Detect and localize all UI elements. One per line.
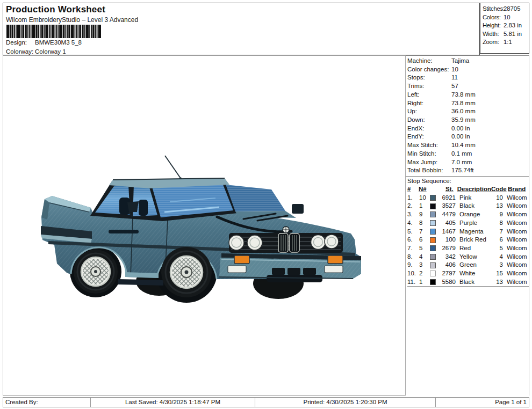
thread-color-swatch [430, 195, 436, 201]
thread-color-swatch [430, 262, 436, 268]
worksheet-header: Production Worksheet Wilcom EmbroiderySt… [3, 3, 480, 55]
page-number-cell: Page 1 of 1 [436, 397, 529, 407]
summary-row: Height: 2.83 in [483, 21, 529, 30]
machine-info-row: Stops: 11 [407, 74, 529, 82]
machine-info-row: EndY: 0.00 in [407, 133, 529, 141]
machine-info-row: Machine: Tajima [407, 57, 529, 65]
stop-sequence-header-row: # N# St. Description Code Brand [407, 185, 529, 194]
summary-row: Zoom: 1:1 [483, 38, 529, 47]
machine-info-panel: Machine: Tajima Color changes: 10 Stops:… [406, 55, 529, 396]
thread-color-swatch [430, 211, 436, 217]
stop-sequence-row: 4. 8 405 Purple 8 Wilcom [407, 219, 529, 228]
stop-sequence-table: # N# St. Description Code Brand 1. 10 69… [406, 185, 529, 287]
divider [407, 286, 529, 287]
design-preview-area [3, 55, 406, 396]
colorway-value: Colorway 1 [35, 48, 66, 55]
stop-sequence-row: 9. 3 406 Green 3 Wilcom [407, 261, 529, 269]
machine-info-row: Left: 73.8 mm [407, 91, 529, 99]
machine-info-row: Total Bobbin: 175.74ft [407, 166, 529, 175]
summary-row: Stitches: 28705 [483, 5, 529, 13]
thread-color-swatch [430, 203, 436, 209]
design-value: BMWE30M3 5_8 [35, 39, 82, 46]
stop-sequence-row: 5. 7 1467 Magenta 7 Wilcom [407, 228, 529, 236]
stop-sequence-row: 7. 5 2679 Red 5 Wilcom [407, 244, 529, 253]
stop-sequence-row: 1. 10 6921 Pink 10 Wilcom [407, 194, 529, 202]
rear-wheel [74, 250, 118, 294]
far-mirror [292, 204, 304, 214]
stop-sequence-row: 3. 9 4479 Orange 9 Wilcom [407, 210, 529, 219]
machine-info-row: EndX: 0.00 in [407, 125, 529, 133]
app-subtitle: Wilcom EmbroideryStudio – Level 3 Advanc… [6, 16, 138, 24]
stop-sequence-title: Stop Sequence: [406, 177, 529, 185]
machine-info-row: Color changes: 10 [407, 65, 529, 74]
front-wheel [161, 247, 212, 297]
thread-color-swatch [430, 279, 436, 285]
design-barcode [5, 24, 102, 39]
stop-sequence-row: 6. 6 100 Brick Red 6 Wilcom [407, 236, 529, 244]
created-by-cell: Created By: [3, 397, 91, 407]
summary-row: Colors: 10 [483, 13, 529, 22]
machine-info-row: Max Stitch: 10.4 mm [407, 141, 529, 150]
stitch-summary-box: Stitches: 28705 Colors: 10 Height: 2.83 … [480, 3, 529, 54]
car-embroidery-design [3, 56, 406, 395]
stop-sequence-row: 2. 1 3527 Black 13 Wilcom [407, 202, 529, 210]
summary-row: Width: 5.81 in [483, 30, 529, 39]
worksheet-footer: Created By: Last Saved: 4/30/2025 1:18:4… [3, 397, 529, 407]
design-label: Design: [6, 39, 35, 46]
machine-info-list: Machine: Tajima Color changes: 10 Stops:… [406, 56, 529, 175]
thread-color-swatch [430, 271, 436, 276]
stop-sequence-row: 11. 1 5580 Black 13 Wilcom [407, 278, 529, 287]
thread-color-swatch [430, 254, 436, 260]
machine-info-row: Trims: 57 [407, 82, 529, 91]
machine-info-row: Max Jump: 7.0 mm [407, 158, 529, 167]
door-handle [109, 230, 139, 233]
stop-sequence-row: 8. 4 342 Yellow 4 Wilcom [407, 253, 529, 261]
last-saved-cell: Last Saved: 4/30/2025 1:18:47 PM [91, 397, 255, 407]
colorway-label: Colorway: [6, 48, 35, 55]
thread-color-swatch [430, 245, 436, 251]
thread-color-swatch [430, 229, 436, 235]
stop-sequence-row: 10. 2 2797 White 15 Wilcom [407, 269, 529, 278]
machine-info-row: Up: 36.0 mm [407, 107, 529, 116]
machine-info-row: Right: 73.8 mm [407, 99, 529, 108]
machine-info-row: Down: 35.9 mm [407, 116, 529, 125]
page-title: Production Worksheet [6, 4, 105, 15]
printed-cell: Printed: 4/30/2025 1:20:30 PM [255, 397, 436, 407]
thread-color-swatch [430, 220, 436, 226]
thread-color-swatch [430, 237, 436, 243]
antenna-icon [165, 156, 182, 180]
machine-info-row: Min Stitch: 0.1 mm [407, 150, 529, 158]
